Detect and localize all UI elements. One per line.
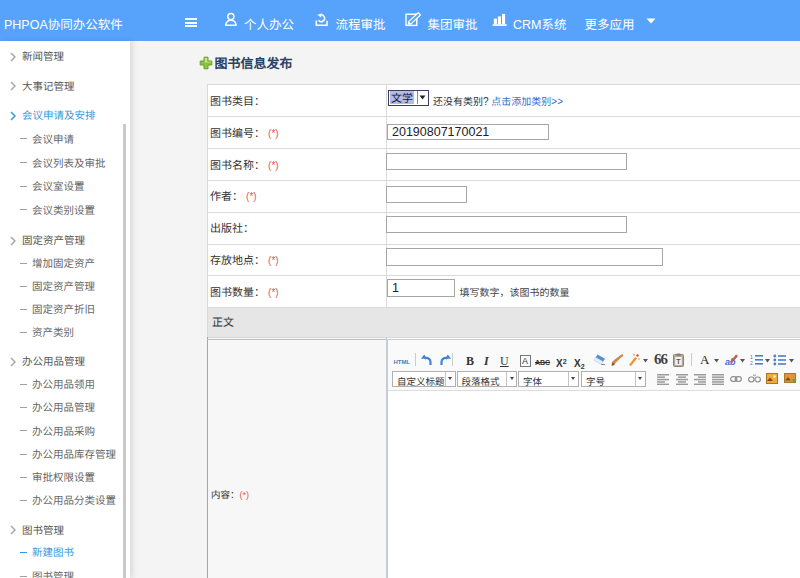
svg-text:T: T [676, 358, 681, 365]
svg-text:2: 2 [750, 360, 753, 366]
svg-text:1: 1 [750, 354, 753, 360]
